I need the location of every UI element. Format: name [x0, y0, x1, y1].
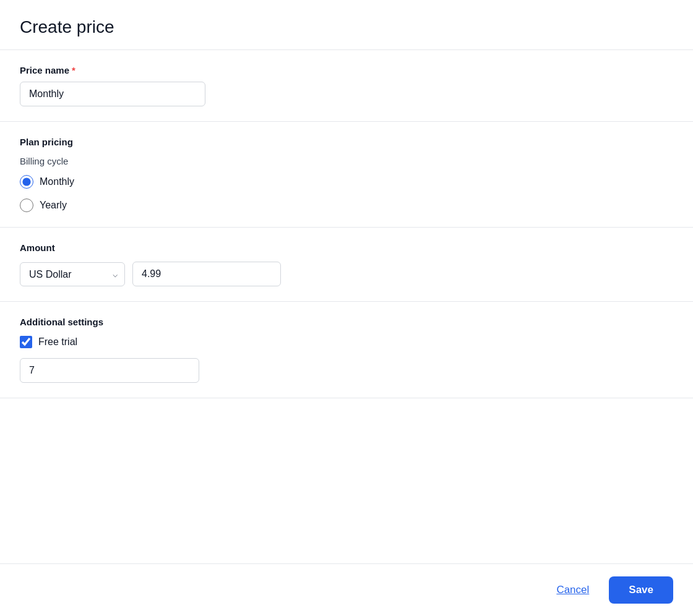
free-trial-label: Free trial [38, 336, 77, 348]
required-indicator: * [72, 65, 75, 75]
amount-section: Amount US Dollar Euro British Pound ⌵ [0, 228, 693, 302]
modal-title: Create price [20, 17, 673, 37]
currency-select[interactable]: US Dollar Euro British Pound [20, 262, 125, 286]
billing-yearly-label: Yearly [40, 200, 67, 211]
modal-body: Price name * Plan pricing Billing cycle … [0, 50, 693, 563]
plan-pricing-label: Plan pricing [20, 137, 673, 147]
billing-cycle-label: Billing cycle [20, 156, 673, 166]
free-trial-checkbox-item[interactable]: Free trial [20, 336, 673, 348]
additional-settings-section: Additional settings Free trial [0, 302, 693, 398]
cancel-button[interactable]: Cancel [546, 578, 599, 602]
billing-monthly-radio[interactable] [20, 175, 33, 189]
billing-monthly-label: Monthly [40, 176, 74, 187]
free-trial-checkbox[interactable] [20, 336, 32, 348]
price-name-section: Price name * [0, 50, 693, 122]
price-name-input[interactable] [20, 82, 205, 106]
trial-days-input[interactable] [20, 358, 199, 383]
billing-monthly-option[interactable]: Monthly [20, 175, 673, 189]
create-price-modal: Create price Price name * Plan pricing B… [0, 0, 693, 616]
price-name-label: Price name * [20, 65, 673, 75]
billing-yearly-radio[interactable] [20, 199, 33, 212]
amount-row: US Dollar Euro British Pound ⌵ [20, 262, 673, 286]
amount-input[interactable] [132, 262, 281, 286]
modal-footer: Cancel Save [0, 563, 693, 616]
currency-select-wrapper: US Dollar Euro British Pound ⌵ [20, 262, 125, 286]
billing-yearly-option[interactable]: Yearly [20, 199, 673, 212]
amount-label: Amount [20, 242, 673, 253]
plan-pricing-section: Plan pricing Billing cycle Monthly Yearl… [0, 122, 693, 228]
billing-cycle-radio-group: Monthly Yearly [20, 175, 673, 212]
additional-settings-label: Additional settings [20, 317, 673, 327]
modal-header: Create price [0, 0, 693, 50]
save-button[interactable]: Save [609, 576, 673, 604]
